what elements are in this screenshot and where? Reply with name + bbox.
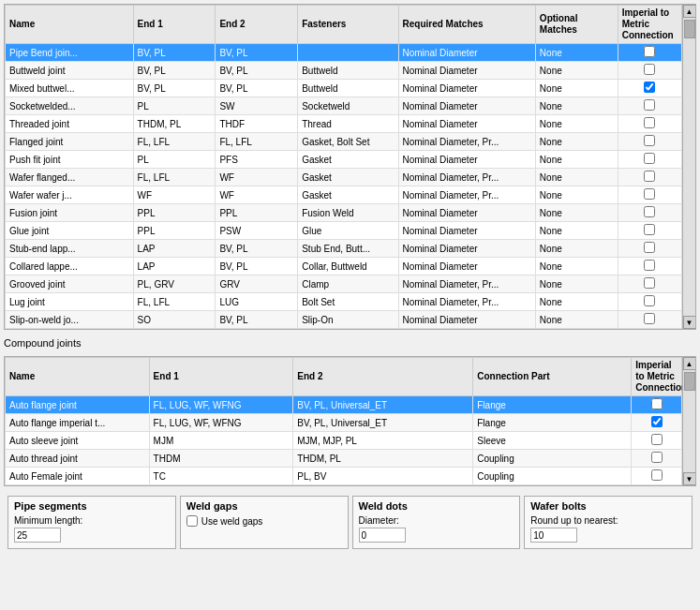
imperial-metric-checkbox[interactable]	[644, 260, 655, 271]
imperial-metric-checkbox[interactable]	[644, 153, 655, 164]
wafer-bolts-panel: Wafer bolts Round up to nearest:	[524, 496, 693, 549]
imperial-metric-checkbox[interactable]	[644, 46, 655, 57]
checkbox-cell[interactable]	[618, 80, 681, 97]
comp-scroll-down-button[interactable]: ▼	[683, 472, 696, 485]
comp-col-imperial-metric: Imperial to Metric Connection	[632, 358, 682, 396]
table-row[interactable]: Wafer flanged...FL, LFLWFGasketNominal D…	[6, 169, 682, 186]
cell-fasteners: Slip-On	[298, 311, 398, 329]
table-row[interactable]: Glue jointPPLPSWGlueNominal DiameterNone	[6, 222, 682, 240]
checkbox-cell[interactable]	[618, 311, 681, 329]
imperial-metric-checkbox[interactable]	[644, 242, 655, 253]
cell-optional_matches: None	[535, 133, 618, 151]
checkbox-cell[interactable]	[632, 432, 682, 450]
table-row[interactable]: Auto flange imperial t...FL, LUG, WF, WF…	[6, 414, 682, 432]
imperial-metric-checkbox[interactable]	[644, 224, 655, 235]
table-row[interactable]: Wafer wafer j...WFWFGasketNominal Diamet…	[6, 186, 682, 204]
checkbox-cell[interactable]	[618, 97, 681, 115]
imperial-metric-checkbox[interactable]	[644, 188, 655, 200]
table-row[interactable]: Slip-on-weld jo...SOBV, PLSlip-OnNominal…	[6, 311, 682, 329]
cell-end1: WF	[133, 186, 216, 204]
cell-end2: MJM, MJP, PL	[293, 432, 473, 450]
imperial-metric-checkbox[interactable]	[644, 295, 655, 306]
table-row[interactable]: Pipe Bend join...BV, PLBV, PLNominal Dia…	[6, 44, 682, 62]
checkbox-cell[interactable]	[632, 414, 682, 432]
table-row[interactable]: Flanged jointFL, LFLFL, LFLGasket, Bolt …	[6, 133, 682, 151]
cell-end1: FL, LFL	[133, 133, 216, 151]
table-row[interactable]: Push fit jointPLPFSGasketNominal Diamete…	[6, 151, 682, 169]
table-row[interactable]: Threaded jointTHDM, PLTHDFThreadNominal …	[6, 115, 682, 133]
imperial-metric-checkbox[interactable]	[644, 117, 655, 128]
cell-fasteners: Gasket, Bolt Set	[298, 133, 398, 151]
checkbox-cell[interactable]	[618, 186, 681, 204]
checkbox-cell[interactable]	[618, 258, 681, 275]
checkbox-cell[interactable]	[632, 450, 682, 468]
checkbox-cell[interactable]	[618, 293, 681, 311]
imperial-metric-checkbox[interactable]	[644, 277, 655, 289]
imperial-metric-checkbox[interactable]	[651, 398, 663, 409]
cell-required_matches: Nominal Diameter	[398, 62, 535, 80]
table-row[interactable]: Auto thread jointTHDMTHDM, PLCoupling	[6, 450, 682, 468]
imperial-metric-checkbox[interactable]	[644, 206, 655, 217]
scroll-up-button[interactable]: ▲	[683, 5, 696, 18]
col-end2: End 2	[216, 6, 298, 44]
checkbox-cell[interactable]	[632, 396, 682, 414]
imperial-metric-checkbox[interactable]	[644, 82, 655, 93]
use-weld-gaps-checkbox[interactable]	[186, 515, 198, 527]
checkbox-cell[interactable]	[632, 468, 682, 485]
imperial-metric-checkbox[interactable]	[644, 64, 655, 75]
imperial-metric-checkbox[interactable]	[644, 135, 655, 146]
scroll-down-button[interactable]: ▼	[683, 316, 696, 329]
table-row[interactable]: Fusion jointPPLPPLFusion WeldNominal Dia…	[6, 204, 682, 222]
table-row[interactable]: Auto Female jointTCPL, BVCoupling	[6, 468, 682, 485]
cell-name: Stub-end lapp...	[6, 240, 134, 258]
imperial-metric-checkbox[interactable]	[651, 452, 663, 463]
imperial-metric-checkbox[interactable]	[644, 171, 655, 182]
min-length-input[interactable]	[14, 528, 61, 543]
table-row[interactable]: Collared lappe...LAPBV, PLCollar, Buttwe…	[6, 258, 682, 275]
checkbox-cell[interactable]	[618, 62, 681, 80]
imperial-metric-checkbox[interactable]	[651, 434, 663, 445]
round-up-input[interactable]	[530, 528, 577, 543]
cell-required_matches: Nominal Diameter	[398, 204, 535, 222]
comp-scroll-up-button[interactable]: ▲	[683, 357, 696, 370]
table-row[interactable]: Grooved jointPL, GRVGRVClampNominal Diam…	[6, 275, 682, 293]
checkbox-cell[interactable]	[618, 240, 681, 258]
cell-optional_matches: None	[535, 204, 618, 222]
cell-required_matches: Nominal Diameter	[398, 97, 535, 115]
weld-gaps-panel: Weld gaps Use weld gaps	[180, 496, 349, 549]
weld-gaps-title: Weld gaps	[186, 500, 342, 512]
imperial-metric-checkbox[interactable]	[644, 313, 655, 324]
cell-end2: BV, PL, Universal_ET	[293, 396, 473, 414]
table-row[interactable]: Socketwelded...PLSWSocketweldNominal Dia…	[6, 97, 682, 115]
cell-end2: BV, PL	[216, 258, 298, 275]
bottom-table-scrollbar[interactable]: ▲ ▼	[682, 357, 695, 485]
cell-connection_part: Sleeve	[473, 432, 632, 450]
checkbox-cell[interactable]	[618, 115, 681, 133]
checkbox-cell[interactable]	[618, 151, 681, 169]
table-row[interactable]: Lug jointFL, LFLLUGBolt SetNominal Diame…	[6, 293, 682, 311]
imperial-metric-checkbox[interactable]	[644, 99, 655, 111]
checkbox-cell[interactable]	[618, 169, 681, 186]
checkbox-cell[interactable]	[618, 275, 681, 293]
cell-end1: FL, LUG, WF, WFNG	[149, 414, 293, 432]
table-row[interactable]: Stub-end lapp...LAPBV, PLStub End, Butt.…	[6, 240, 682, 258]
checkbox-cell[interactable]	[618, 222, 681, 240]
checkbox-cell[interactable]	[618, 133, 681, 151]
cell-fasteners: Clamp	[298, 275, 398, 293]
cell-end2: BV, PL	[216, 311, 298, 329]
checkbox-cell[interactable]	[618, 44, 681, 62]
table-row[interactable]: Auto sleeve jointMJMMJM, MJP, PLSleeve	[6, 432, 682, 450]
table-row[interactable]: Mixed buttwel...BV, PLBV, PLButtweldNomi…	[6, 80, 682, 97]
comp-scroll-thumb[interactable]	[684, 372, 695, 391]
checkbox-cell[interactable]	[618, 204, 681, 222]
cell-end1: BV, PL	[133, 80, 216, 97]
cell-name: Wafer flanged...	[6, 169, 134, 186]
table-row[interactable]: Auto flange jointFL, LUG, WF, WFNGBV, PL…	[6, 396, 682, 414]
table-row[interactable]: Buttweld jointBV, PLBV, PLButtweldNomina…	[6, 62, 682, 80]
imperial-metric-checkbox[interactable]	[651, 469, 663, 481]
top-table-scrollbar[interactable]: ▲ ▼	[682, 5, 695, 329]
diameter-input[interactable]	[359, 528, 406, 543]
pipe-segments-title: Pipe segments	[14, 500, 170, 512]
scroll-thumb[interactable]	[684, 20, 695, 38]
imperial-metric-checkbox[interactable]	[651, 416, 663, 427]
